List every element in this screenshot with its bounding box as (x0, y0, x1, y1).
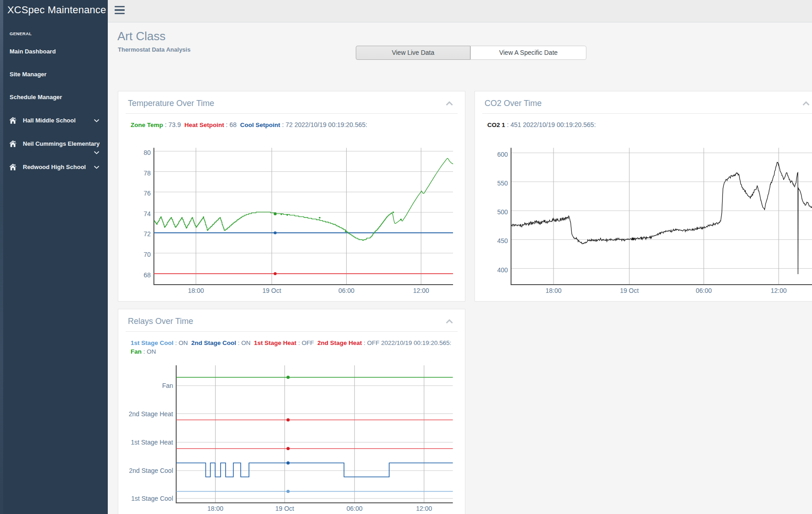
svg-text:Fan: Fan (162, 382, 173, 389)
svg-text:2nd Stage Cool: 2nd Stage Cool (129, 467, 173, 474)
svg-text:18:00: 18:00 (545, 287, 561, 294)
svg-text:1st Stage Heat: 1st Stage Heat (131, 439, 173, 446)
svg-text:600: 600 (497, 151, 508, 158)
svg-text:80: 80 (143, 149, 151, 156)
svg-text:12:00: 12:00 (416, 505, 432, 512)
svg-text:19 Oct: 19 Oct (620, 287, 638, 294)
svg-text:12:00: 12:00 (413, 287, 429, 294)
svg-text:18:00: 18:00 (207, 505, 223, 512)
svg-text:72: 72 (143, 230, 151, 238)
svg-text:550: 550 (497, 180, 508, 187)
svg-text:400: 400 (497, 266, 508, 274)
svg-text:450: 450 (497, 237, 508, 244)
svg-text:06:00: 06:00 (696, 287, 712, 294)
svg-text:70: 70 (143, 251, 151, 258)
svg-text:06:00: 06:00 (338, 287, 354, 294)
svg-text:06:00: 06:00 (347, 505, 363, 512)
svg-text:1st Stage Cool: 1st Stage Cool (131, 495, 173, 502)
svg-text:74: 74 (143, 210, 151, 217)
svg-text:19 Oct: 19 Oct (262, 287, 281, 294)
svg-text:18:00: 18:00 (188, 287, 204, 294)
svg-text:68: 68 (143, 271, 151, 279)
svg-text:76: 76 (143, 190, 151, 197)
svg-text:500: 500 (497, 208, 508, 216)
svg-text:2nd Stage Heat: 2nd Stage Heat (129, 410, 173, 418)
svg-text:12:00: 12:00 (770, 287, 786, 294)
svg-text:78: 78 (143, 170, 151, 177)
svg-text:19 Oct: 19 Oct (275, 505, 294, 512)
